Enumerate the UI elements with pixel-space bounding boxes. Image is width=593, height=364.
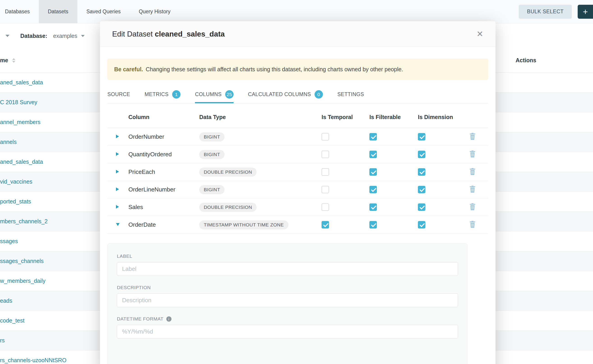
dataset-name-link[interactable]: rs	[0, 337, 5, 344]
add-button[interactable]: +	[578, 5, 593, 19]
delete-column-icon[interactable]	[469, 133, 476, 140]
data-type-cell: BIGINT	[199, 132, 322, 141]
tab-settings[interactable]: SETTINGS	[337, 90, 364, 103]
close-icon[interactable]: ✕	[477, 30, 483, 38]
tab-source[interactable]: SOURCE	[107, 90, 130, 103]
expand-caret-icon[interactable]	[116, 170, 119, 173]
dataset-name-link[interactable]: w_members_daily	[0, 278, 45, 284]
expand-caret-icon[interactable]	[116, 187, 119, 191]
name-column-header[interactable]: me	[0, 57, 8, 64]
is-dimension-checkbox[interactable]	[418, 221, 425, 228]
modal-header: Edit Dataset cleaned_sales_data ✕	[100, 21, 495, 47]
column-name: OrderNumber	[128, 133, 199, 140]
edit-dataset-modal: Edit Dataset cleaned_sales_data ✕ Be car…	[100, 21, 495, 364]
data-type-cell: BIGINT	[199, 185, 322, 194]
dataset-name-link[interactable]: code_test	[0, 317, 24, 324]
column-detail-panel: LABEL DESCRIPTION DATETIME FORMAT	[107, 243, 468, 364]
is-dimension-checkbox[interactable]	[418, 186, 425, 193]
tab-calculated-columns[interactable]: CALCULATED COLUMNS0	[248, 90, 323, 103]
dataset-name-link[interactable]: C 2018 Survey	[0, 99, 37, 105]
expand-caret-icon[interactable]	[116, 205, 119, 209]
is-filterable-checkbox[interactable]	[369, 133, 377, 141]
is-filterable-checkbox[interactable]	[369, 186, 377, 193]
column-row: OrderNumberBIGINT	[107, 128, 488, 146]
is-filterable-checkbox[interactable]	[369, 221, 377, 228]
is-temporal-checkbox[interactable]	[322, 186, 329, 193]
is-dimension-checkbox[interactable]	[418, 203, 425, 211]
is-temporal-checkbox[interactable]	[322, 168, 329, 176]
delete-column-icon[interactable]	[469, 150, 476, 158]
is-temporal-checkbox[interactable]	[322, 133, 329, 141]
trash-cell	[466, 168, 488, 176]
modal-body: Be careful. Changing these settings will…	[100, 59, 495, 364]
trash-cell	[466, 203, 488, 211]
is-temporal-checkbox-cell	[322, 186, 369, 193]
dataset-name-link[interactable]: aned_sales_data	[0, 159, 43, 165]
is-filterable-checkbox[interactable]	[369, 168, 377, 176]
delete-column-icon[interactable]	[469, 185, 476, 193]
caret-cell	[107, 205, 128, 209]
dataset-name-link[interactable]: vid_vaccines	[0, 178, 32, 185]
column-row: OrderDateTIMESTAMP WITHOUT TIME ZONE	[107, 216, 488, 234]
column-name: OrderLineNumber	[128, 186, 199, 193]
description-input[interactable]	[117, 293, 458, 307]
is-temporal-checkbox[interactable]	[322, 221, 329, 228]
chevron-down-icon[interactable]	[5, 35, 9, 37]
tab-metrics[interactable]: METRICS1	[145, 90, 180, 103]
column-header-is-temporal: Is Temporal	[322, 114, 369, 120]
dataset-name-link[interactable]: ssages_channels	[0, 258, 44, 264]
modal-title: Edit Dataset cleaned_sales_data	[112, 30, 225, 38]
is-filterable-checkbox[interactable]	[369, 151, 377, 158]
expand-caret-icon[interactable]	[116, 135, 119, 138]
info-icon[interactable]	[166, 316, 171, 322]
caret-cell	[107, 135, 128, 139]
expand-caret-icon[interactable]	[116, 152, 119, 156]
is-filterable-checkbox-cell	[369, 186, 418, 193]
column-name: PriceEach	[128, 169, 199, 176]
tab-columns[interactable]: COLUMNS25	[195, 90, 234, 103]
is-dimension-checkbox[interactable]	[418, 151, 425, 158]
delete-column-icon[interactable]	[469, 221, 476, 228]
is-dimension-checkbox-cell	[418, 203, 466, 211]
nav-item-query-history[interactable]: Query History	[130, 0, 180, 23]
is-temporal-checkbox[interactable]	[322, 151, 329, 158]
is-temporal-checkbox[interactable]	[322, 203, 329, 211]
nav-item-saved-queries[interactable]: Saved Queries	[77, 0, 130, 23]
column-row: OrderLineNumberBIGINT	[107, 181, 488, 198]
nav-item-datasets[interactable]: Datasets	[39, 0, 77, 23]
bulk-select-button[interactable]: BULK SELECT	[519, 5, 572, 19]
data-type-pill: BIGINT	[199, 150, 224, 159]
modal-title-dataset-name: cleaned_sales_data	[155, 30, 225, 38]
label-input[interactable]	[117, 262, 458, 276]
column-row: PriceEachDOUBLE PRECISION	[107, 163, 488, 181]
data-type-cell: DOUBLE PRECISION	[199, 168, 322, 177]
data-type-pill: BIGINT	[199, 132, 224, 141]
tab-label: SOURCE	[107, 91, 130, 98]
nav-item-databases[interactable]: Databases	[0, 0, 39, 23]
dataset-name-link[interactable]: annel_members	[0, 119, 40, 125]
dataset-name-link[interactable]: aned_sales_data	[0, 79, 43, 86]
dataset-name-link[interactable]: rs_channels-uzooNNtSRO	[0, 357, 66, 364]
warning-text: Changing these settings will affect all …	[146, 66, 403, 73]
delete-column-icon[interactable]	[469, 203, 476, 210]
delete-column-icon[interactable]	[469, 168, 476, 175]
sort-icon[interactable]	[12, 58, 15, 63]
dataset-name-link[interactable]: ported_stats	[0, 198, 31, 205]
dataset-name-link[interactable]: eads	[0, 298, 12, 304]
is-temporal-checkbox-cell	[322, 168, 369, 176]
dataset-name-link[interactable]: ssages	[0, 238, 18, 244]
is-dimension-checkbox[interactable]	[418, 168, 425, 176]
is-dimension-checkbox[interactable]	[418, 133, 425, 141]
dataset-name-link[interactable]: annels	[0, 139, 17, 145]
tab-label: CALCULATED COLUMNS	[248, 91, 311, 98]
database-filter-select[interactable]: examples	[53, 33, 85, 39]
collapse-caret-icon[interactable]	[116, 223, 120, 226]
column-row: QuantityOrderedBIGINT	[107, 146, 488, 163]
dataset-name-link[interactable]: mbers_channels_2	[0, 218, 48, 225]
tab-count-badge: 0	[315, 90, 323, 98]
datetime-format-input[interactable]	[117, 325, 458, 338]
tab-label: SETTINGS	[337, 91, 364, 98]
database-filter-value: examples	[53, 33, 77, 39]
is-filterable-checkbox[interactable]	[369, 203, 377, 211]
label-field-label-text: LABEL	[117, 254, 132, 259]
